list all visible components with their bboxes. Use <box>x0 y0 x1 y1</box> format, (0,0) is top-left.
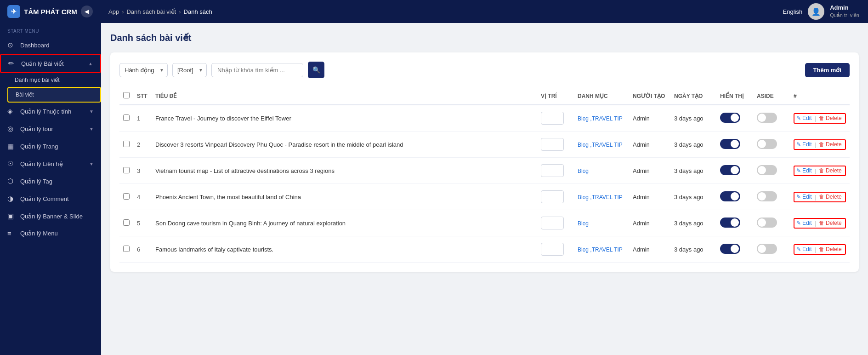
sidebar-item-label: Dashboard <box>20 42 94 49</box>
aside-toggle[interactable] <box>757 244 777 254</box>
hienthi-toggle[interactable] <box>720 218 740 228</box>
breadcrumb-current: Danh sách <box>184 8 212 15</box>
root-select-wrapper: [Root] ▼ <box>172 63 207 77</box>
sidebar-item-quan-ly-trang[interactable]: ▦ Quản lý Trang <box>0 137 101 155</box>
main-content: Danh sách bài viết Hành động ▼ [Root] ▼ <box>101 23 868 355</box>
sidebar-item-quan-ly-lien-he[interactable]: ☉ Quản lý Liên hệ ▼ <box>0 155 101 172</box>
danhmuc-link[interactable]: Blog <box>578 168 589 174</box>
row-checkbox[interactable] <box>123 219 130 226</box>
edit-button[interactable]: ✎ Edit <box>796 167 812 174</box>
breadcrumb-app[interactable]: App <box>108 8 119 15</box>
search-button[interactable]: 🔍 <box>308 62 324 78</box>
row-checkbox[interactable] <box>123 167 130 173</box>
row-aside <box>753 132 790 158</box>
hienthi-toggle[interactable] <box>720 165 740 175</box>
table-header-row: STT TIÊU ĐỀ VỊ TRÍ DANH MỤC NGƯỜI TẠO NG… <box>119 87 850 105</box>
vitri-input[interactable] <box>541 138 564 151</box>
breadcrumb-list[interactable]: Danh sách bài viết <box>126 8 176 15</box>
delete-button[interactable]: 🗑 Delete <box>819 246 842 252</box>
sidebar-item-quan-ly-banner[interactable]: ▣ Quản lý Banner & Slide <box>0 207 101 225</box>
danhmuc-link[interactable]: Blog <box>578 220 589 227</box>
sidebar-item-quan-ly-tour[interactable]: ◎ Quản lý tour ▼ <box>0 120 101 137</box>
vitri-input[interactable] <box>541 217 564 229</box>
aside-toggle[interactable] <box>757 113 777 123</box>
hienthi-toggle[interactable] <box>720 191 740 201</box>
search-input[interactable] <box>211 63 303 77</box>
sidebar-item-quan-ly-thuoc-tinh[interactable]: ◈ Quản lý Thuộc tính ▼ <box>0 103 101 120</box>
action-select-wrapper: Hành động ▼ <box>119 63 168 77</box>
action-separator: | <box>815 246 816 253</box>
table-row: 5 Son Doong cave tourism in Quang Binh: … <box>119 210 850 236</box>
edit-button[interactable]: ✎ Edit <box>796 194 812 200</box>
toggle-thumb <box>758 218 766 227</box>
danhmuc-link[interactable]: Blog ,TRAVEL TIP <box>578 246 623 253</box>
row-ngaytao: 3 days ago <box>670 210 716 236</box>
row-vitri <box>537 236 574 263</box>
action-separator: | <box>815 220 816 227</box>
danhmuc-link[interactable]: Blog ,TRAVEL TIP <box>578 115 623 122</box>
vitri-input[interactable] <box>541 243 564 256</box>
select-all-checkbox[interactable] <box>123 92 130 98</box>
sidebar-item-bai-viet[interactable]: Bài viết <box>7 87 101 103</box>
root-select[interactable]: [Root] <box>172 63 207 77</box>
vitri-input[interactable] <box>541 112 564 125</box>
aside-toggle[interactable] <box>757 139 777 149</box>
edit-button[interactable]: ✎ Edit <box>796 246 812 252</box>
row-title: Vietnam tourist map - List of attractive… <box>152 158 537 184</box>
trash-icon: 🗑 <box>819 220 824 226</box>
delete-button[interactable]: 🗑 Delete <box>819 194 842 200</box>
row-checkbox[interactable] <box>123 115 130 121</box>
row-hienthi <box>716 236 753 263</box>
sidebar-item-quan-ly-bai-viet[interactable]: ✏ Quản lý Bài viết ▲ <box>0 54 101 73</box>
sidebar-item-quan-ly-tag[interactable]: ⬡ Quản lý Tag <box>0 172 101 190</box>
toggle-thumb <box>758 245 766 253</box>
row-checkbox[interactable] <box>123 193 130 200</box>
row-hienthi <box>716 132 753 158</box>
hienthi-toggle[interactable] <box>720 113 740 123</box>
row-vitri <box>537 184 574 210</box>
delete-button[interactable]: 🗑 Delete <box>819 141 842 148</box>
action-select[interactable]: Hành động <box>119 63 168 77</box>
aside-toggle[interactable] <box>757 165 777 175</box>
col-hien-thi: HIỂN THỊ <box>716 87 753 105</box>
back-button[interactable]: ◀ <box>81 6 93 17</box>
row-actions: ✎ Edit | 🗑 Delete <box>790 132 850 158</box>
hienthi-toggle[interactable] <box>720 139 740 149</box>
aside-toggle[interactable] <box>757 218 777 228</box>
danhmuc-link[interactable]: Blog ,TRAVEL TIP <box>578 194 623 200</box>
row-checkbox[interactable] <box>123 141 130 147</box>
delete-button[interactable]: 🗑 Delete <box>819 115 842 121</box>
row-ngaytao: 3 days ago <box>670 105 716 132</box>
vitri-input[interactable] <box>541 164 564 177</box>
top-header: ✈ TÂM PHÁT CRM ◀ App › Danh sách bài viế… <box>0 0 868 23</box>
edit-button[interactable]: ✎ Edit <box>796 115 812 121</box>
admin-name: Admin <box>830 4 861 12</box>
row-nguoitao: Admin <box>629 184 670 210</box>
col-ngay-tao: NGÀY TẠO <box>670 87 716 105</box>
col-stt: STT <box>133 87 152 105</box>
add-new-button[interactable]: Thêm mới <box>805 63 850 77</box>
sidebar-item-label: Quản lý Trang <box>20 143 94 150</box>
row-nguoitao: Admin <box>629 132 670 158</box>
toggle-thumb <box>758 166 766 174</box>
danhmuc-link[interactable]: Blog ,TRAVEL TIP <box>578 142 623 148</box>
hienthi-toggle[interactable] <box>720 244 740 254</box>
sidebar-item-quan-ly-menu[interactable]: ≡ Quản lý Menu <box>0 225 101 242</box>
aside-toggle[interactable] <box>757 191 777 201</box>
sidebar: START MENU ⊙ Dashboard ✏ Quản lý Bài viế… <box>0 23 101 355</box>
row-checkbox[interactable] <box>123 246 130 252</box>
sidebar-item-dashboard[interactable]: ⊙ Dashboard <box>0 36 101 54</box>
edit-icon: ✎ <box>796 167 801 174</box>
edit-button[interactable]: ✎ Edit <box>796 141 812 148</box>
row-aside <box>753 236 790 263</box>
sidebar-item-label: Quản lý Menu <box>20 230 94 237</box>
row-stt: 2 <box>133 132 152 158</box>
delete-button[interactable]: 🗑 Delete <box>819 220 842 226</box>
vitri-input[interactable] <box>541 190 564 203</box>
edit-button[interactable]: ✎ Edit <box>796 220 812 226</box>
toggle-thumb <box>758 114 766 122</box>
language-button[interactable]: English <box>783 8 803 15</box>
delete-button[interactable]: 🗑 Delete <box>819 167 842 174</box>
sidebar-item-danh-muc-bai-viet[interactable]: Danh mục bài viết <box>7 73 101 87</box>
sidebar-item-quan-ly-comment[interactable]: ◑ Quản lý Comment <box>0 190 101 207</box>
